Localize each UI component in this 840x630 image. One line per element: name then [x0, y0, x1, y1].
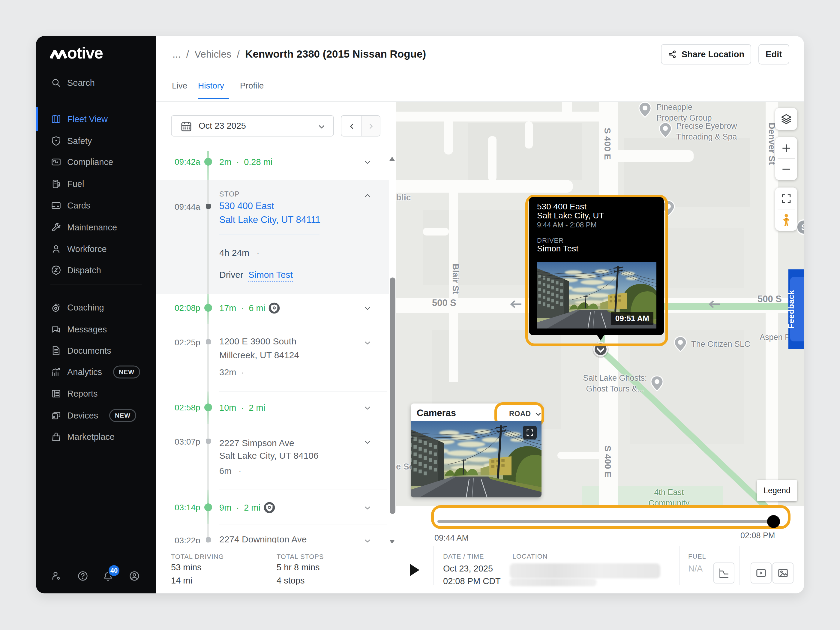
svg-text:otive: otive	[67, 44, 103, 59]
svg-text:S: S	[801, 223, 804, 232]
